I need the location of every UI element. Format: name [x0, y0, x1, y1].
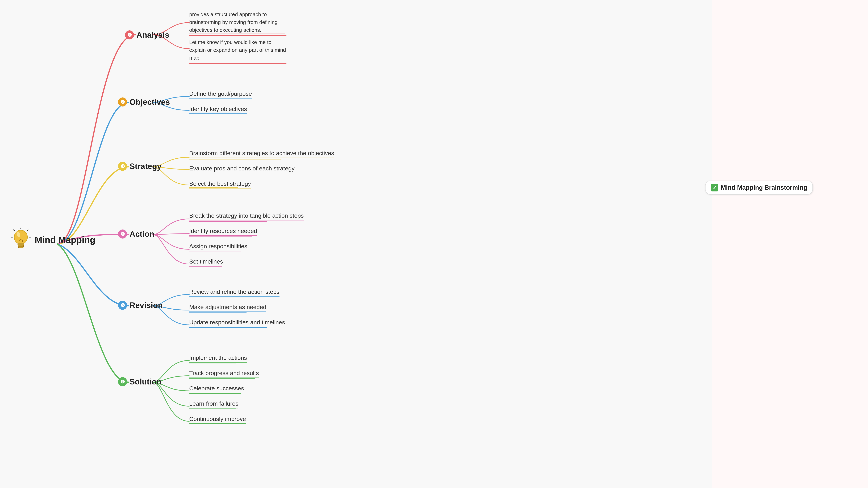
svg-rect-29 [19, 247, 23, 248]
branch-circle-1: ❶ [125, 30, 134, 39]
branch-solution: ❻ Solution [118, 377, 161, 386]
rev-sub-3: Update responsibilities and timelines [189, 319, 285, 327]
sol-sub-2: Track progress and results [189, 370, 259, 378]
badge-label: Mind Mapping Brainstorming [721, 184, 807, 191]
branch-label-4: Action [129, 229, 154, 239]
rev-sub-1: Review and refine the action steps [189, 288, 279, 296]
branch-strategy: ❸ Strategy [118, 162, 161, 171]
analysis-text-1: provides a structured approach to brains… [189, 10, 286, 36]
sol-sub-4: Learn from failures [189, 400, 238, 408]
branch-objectives: ❷ Objectives [118, 97, 170, 107]
obj-sub-2: Identify key objectives [189, 106, 247, 114]
branch-circle-4: ❹ [118, 229, 127, 238]
analysis-text-2: Let me know if you would like me to expl… [189, 38, 286, 64]
branch-label-1: Analysis [136, 30, 169, 39]
branch-label-6: Solution [129, 377, 161, 386]
svg-point-25 [14, 230, 27, 244]
action-sub-2: Identify resources needed [189, 228, 257, 236]
mind-mapping-title: Mind Mapping [35, 234, 95, 245]
branch-label-2: Objectives [129, 97, 170, 107]
right-panel: ✓ Mind Mapping Brainstorming [712, 0, 868, 488]
branch-label-5: Revision [129, 300, 163, 310]
branch-label-3: Strategy [129, 162, 161, 171]
strat-sub-2: Evaluate pros and cons of each strategy [189, 165, 294, 173]
strat-sub-1: Brainstorm different strategies to achie… [189, 150, 334, 158]
branch-circle-6: ❻ [118, 377, 127, 386]
check-icon: ✓ [711, 184, 718, 192]
obj-sub-1: Define the goal/purpose [189, 90, 252, 98]
action-sub-3: Assign responsibilities [189, 243, 247, 251]
sol-sub-5: Continuously improve [189, 415, 246, 424]
svg-rect-28 [18, 245, 24, 247]
branch-analysis: ❶ Analysis [125, 30, 169, 39]
strat-sub-3: Select the best strategy [189, 180, 251, 189]
branch-action: ❹ Action [118, 229, 154, 239]
branch-circle-5: ❺ [118, 301, 127, 310]
sol-sub-3: Celebrate successes [189, 385, 244, 393]
mind-map-lines [0, 0, 712, 488]
rev-sub-2: Make adjustments as needed [189, 304, 266, 312]
action-sub-4: Set timelines [189, 258, 223, 266]
branch-circle-2: ❷ [118, 97, 127, 107]
center-label: Mind Mapping [10, 228, 95, 252]
sol-sub-1: Implement the actions [189, 354, 247, 363]
branch-circle-3: ❸ [118, 162, 127, 171]
svg-line-22 [13, 230, 15, 231]
right-panel-badge: ✓ Mind Mapping Brainstorming [705, 181, 813, 195]
lightbulb-icon [10, 228, 31, 252]
branch-revision: ❺ Revision [118, 300, 163, 310]
svg-line-21 [27, 230, 28, 231]
main-container: Mind Mapping ❶ Analysis provides a struc… [0, 0, 712, 488]
action-sub-1: Break the strategy into tangible action … [189, 212, 304, 221]
svg-rect-27 [18, 243, 24, 245]
